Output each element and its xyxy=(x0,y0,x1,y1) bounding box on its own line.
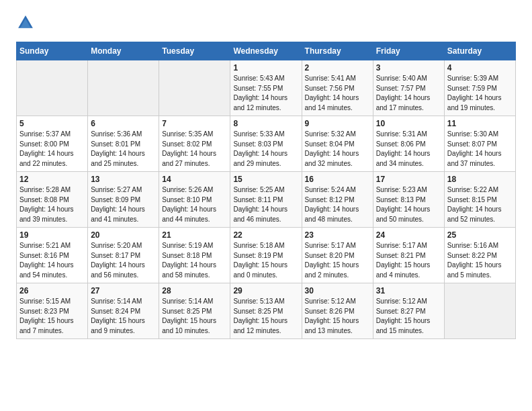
day-number: 1 xyxy=(233,63,298,73)
calendar-cell xyxy=(159,60,230,116)
day-info: Sunrise: 5:33 AMSunset: 8:03 PMDaylight:… xyxy=(233,130,298,169)
calendar-cell: 13Sunrise: 5:27 AMSunset: 8:09 PMDayligh… xyxy=(88,172,159,228)
day-number: 26 xyxy=(19,286,85,295)
calendar-cell: 16Sunrise: 5:24 AMSunset: 8:12 PMDayligh… xyxy=(302,172,373,228)
day-info: Sunrise: 5:40 AMSunset: 7:57 PMDaylight:… xyxy=(376,74,441,113)
day-number: 28 xyxy=(162,286,227,295)
day-number: 2 xyxy=(305,63,370,73)
day-info: Sunrise: 5:31 AMSunset: 8:06 PMDaylight:… xyxy=(376,130,441,169)
weekday-header: Sunday xyxy=(17,42,88,60)
day-info: Sunrise: 5:41 AMSunset: 7:56 PMDaylight:… xyxy=(305,74,370,113)
day-info: Sunrise: 5:27 AMSunset: 8:09 PMDaylight:… xyxy=(91,185,156,224)
day-number: 20 xyxy=(91,230,156,240)
day-info: Sunrise: 5:39 AMSunset: 7:59 PMDaylight:… xyxy=(447,74,513,113)
day-number: 3 xyxy=(376,63,441,73)
calendar-cell: 17Sunrise: 5:23 AMSunset: 8:13 PMDayligh… xyxy=(373,172,444,228)
calendar-week-row: 12Sunrise: 5:28 AMSunset: 8:08 PMDayligh… xyxy=(17,172,516,228)
day-number: 18 xyxy=(447,175,513,184)
calendar-table: SundayMondayTuesdayWednesdayThursdayFrid… xyxy=(16,42,516,339)
day-info: Sunrise: 5:43 AMSunset: 7:55 PMDaylight:… xyxy=(233,74,298,113)
day-info: Sunrise: 5:19 AMSunset: 8:18 PMDaylight:… xyxy=(162,241,227,280)
logo xyxy=(16,13,38,32)
day-number: 30 xyxy=(305,286,370,295)
calendar-week-row: 5Sunrise: 5:37 AMSunset: 8:00 PMDaylight… xyxy=(17,116,516,172)
day-number: 14 xyxy=(162,175,227,184)
calendar-cell: 30Sunrise: 5:12 AMSunset: 8:26 PMDayligh… xyxy=(302,283,373,339)
day-number: 19 xyxy=(19,230,85,240)
page-header xyxy=(16,13,516,32)
day-number: 16 xyxy=(305,175,370,184)
calendar-cell: 21Sunrise: 5:19 AMSunset: 8:18 PMDayligh… xyxy=(159,228,230,283)
day-number: 9 xyxy=(305,119,370,128)
day-number: 10 xyxy=(376,119,441,128)
day-info: Sunrise: 5:36 AMSunset: 8:01 PMDaylight:… xyxy=(91,130,156,169)
calendar-cell: 3Sunrise: 5:40 AMSunset: 7:57 PMDaylight… xyxy=(373,60,444,116)
calendar-cell: 23Sunrise: 5:17 AMSunset: 8:20 PMDayligh… xyxy=(302,228,373,283)
logo-icon xyxy=(16,13,35,32)
calendar-week-row: 1Sunrise: 5:43 AMSunset: 7:55 PMDaylight… xyxy=(17,60,516,116)
weekday-header: Wednesday xyxy=(230,42,302,60)
day-number: 6 xyxy=(91,119,156,128)
day-info: Sunrise: 5:24 AMSunset: 8:12 PMDaylight:… xyxy=(305,185,370,224)
weekday-header: Tuesday xyxy=(159,42,230,60)
header-row: SundayMondayTuesdayWednesdayThursdayFrid… xyxy=(17,42,516,60)
day-info: Sunrise: 5:26 AMSunset: 8:10 PMDaylight:… xyxy=(162,185,227,224)
day-number: 21 xyxy=(162,230,227,240)
calendar-cell: 15Sunrise: 5:25 AMSunset: 8:11 PMDayligh… xyxy=(230,172,302,228)
calendar-cell xyxy=(444,283,515,339)
calendar-week-row: 19Sunrise: 5:21 AMSunset: 8:16 PMDayligh… xyxy=(17,228,516,283)
day-number: 7 xyxy=(162,119,227,128)
calendar-cell: 25Sunrise: 5:16 AMSunset: 8:22 PMDayligh… xyxy=(444,228,515,283)
calendar-cell: 27Sunrise: 5:14 AMSunset: 8:24 PMDayligh… xyxy=(88,283,159,339)
day-number: 24 xyxy=(376,230,441,240)
calendar-cell: 19Sunrise: 5:21 AMSunset: 8:16 PMDayligh… xyxy=(17,228,88,283)
day-info: Sunrise: 5:22 AMSunset: 8:15 PMDaylight:… xyxy=(447,185,513,224)
calendar-cell: 24Sunrise: 5:17 AMSunset: 8:21 PMDayligh… xyxy=(373,228,444,283)
calendar-cell: 31Sunrise: 5:12 AMSunset: 8:27 PMDayligh… xyxy=(373,283,444,339)
day-info: Sunrise: 5:21 AMSunset: 8:16 PMDaylight:… xyxy=(19,241,85,280)
calendar-cell: 6Sunrise: 5:36 AMSunset: 8:01 PMDaylight… xyxy=(88,116,159,172)
calendar-cell: 20Sunrise: 5:20 AMSunset: 8:17 PMDayligh… xyxy=(88,228,159,283)
calendar-body: 1Sunrise: 5:43 AMSunset: 7:55 PMDaylight… xyxy=(17,60,516,339)
day-number: 29 xyxy=(233,286,298,295)
day-number: 4 xyxy=(447,63,513,73)
calendar-cell: 8Sunrise: 5:33 AMSunset: 8:03 PMDaylight… xyxy=(230,116,302,172)
calendar-cell: 9Sunrise: 5:32 AMSunset: 8:04 PMDaylight… xyxy=(302,116,373,172)
day-info: Sunrise: 5:13 AMSunset: 8:25 PMDaylight:… xyxy=(233,297,298,336)
calendar-cell: 10Sunrise: 5:31 AMSunset: 8:06 PMDayligh… xyxy=(373,116,444,172)
day-info: Sunrise: 5:14 AMSunset: 8:25 PMDaylight:… xyxy=(162,297,227,336)
weekday-header: Friday xyxy=(373,42,444,60)
day-info: Sunrise: 5:17 AMSunset: 8:21 PMDaylight:… xyxy=(376,241,441,280)
calendar-cell: 18Sunrise: 5:22 AMSunset: 8:15 PMDayligh… xyxy=(444,172,515,228)
calendar-cell: 5Sunrise: 5:37 AMSunset: 8:00 PMDaylight… xyxy=(17,116,88,172)
calendar-header: SundayMondayTuesdayWednesdayThursdayFrid… xyxy=(17,42,516,60)
day-info: Sunrise: 5:12 AMSunset: 8:27 PMDaylight:… xyxy=(376,297,441,336)
day-number: 8 xyxy=(233,119,298,128)
day-info: Sunrise: 5:23 AMSunset: 8:13 PMDaylight:… xyxy=(376,185,441,224)
calendar-cell: 1Sunrise: 5:43 AMSunset: 7:55 PMDaylight… xyxy=(230,60,302,116)
day-info: Sunrise: 5:12 AMSunset: 8:26 PMDaylight:… xyxy=(305,297,370,336)
calendar-cell xyxy=(17,60,88,116)
weekday-header: Thursday xyxy=(302,42,373,60)
day-number: 25 xyxy=(447,230,513,240)
calendar-cell: 4Sunrise: 5:39 AMSunset: 7:59 PMDaylight… xyxy=(444,60,515,116)
day-number: 17 xyxy=(376,175,441,184)
day-info: Sunrise: 5:17 AMSunset: 8:20 PMDaylight:… xyxy=(305,241,370,280)
calendar-cell: 14Sunrise: 5:26 AMSunset: 8:10 PMDayligh… xyxy=(159,172,230,228)
day-number: 22 xyxy=(233,230,298,240)
day-info: Sunrise: 5:30 AMSunset: 8:07 PMDaylight:… xyxy=(447,130,513,169)
day-info: Sunrise: 5:37 AMSunset: 8:00 PMDaylight:… xyxy=(19,130,85,169)
day-number: 31 xyxy=(376,286,441,295)
day-number: 13 xyxy=(91,175,156,184)
calendar-cell: 11Sunrise: 5:30 AMSunset: 8:07 PMDayligh… xyxy=(444,116,515,172)
day-number: 15 xyxy=(233,175,298,184)
day-info: Sunrise: 5:15 AMSunset: 8:23 PMDaylight:… xyxy=(19,297,85,336)
day-number: 5 xyxy=(19,119,85,128)
day-info: Sunrise: 5:14 AMSunset: 8:24 PMDaylight:… xyxy=(91,297,156,336)
day-info: Sunrise: 5:18 AMSunset: 8:19 PMDaylight:… xyxy=(233,241,298,280)
day-info: Sunrise: 5:28 AMSunset: 8:08 PMDaylight:… xyxy=(19,185,85,224)
calendar-cell: 12Sunrise: 5:28 AMSunset: 8:08 PMDayligh… xyxy=(17,172,88,228)
calendar-cell: 2Sunrise: 5:41 AMSunset: 7:56 PMDaylight… xyxy=(302,60,373,116)
day-info: Sunrise: 5:35 AMSunset: 8:02 PMDaylight:… xyxy=(162,130,227,169)
weekday-header: Monday xyxy=(88,42,159,60)
